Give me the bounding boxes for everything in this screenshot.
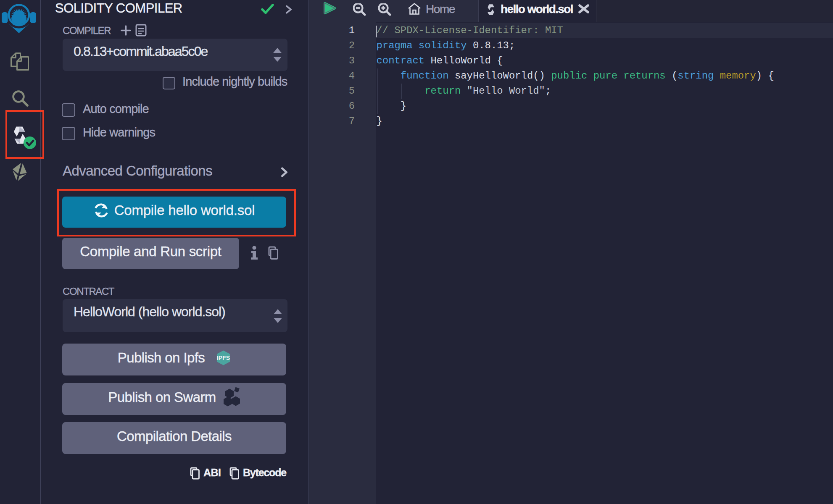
svg-text:IPFS: IPFS (217, 354, 230, 361)
